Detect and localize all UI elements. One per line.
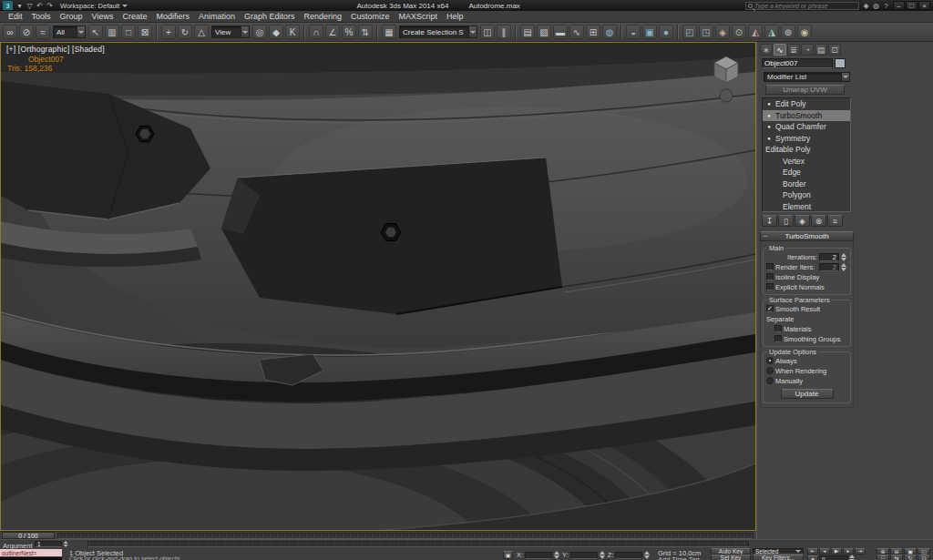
unlink-selection-icon[interactable]: ⊘ [19,25,34,39]
iterations-spinner[interactable] [841,253,847,261]
configure-modifier-sets-button[interactable]: ≡ [827,215,843,227]
curve-editor-icon[interactable]: ∿ [569,25,584,39]
when-rendering-radio[interactable] [766,367,774,374]
keyboard-override-icon[interactable]: K [285,25,300,39]
percent-snap-icon[interactable]: % [342,25,356,39]
stack-item-element[interactable]: Element [763,201,850,213]
argument-field[interactable]: 1 [35,541,62,547]
select-and-link-icon[interactable]: ∞ [3,25,17,39]
smooth-result-checkbox[interactable] [766,305,774,312]
select-and-rotate-icon[interactable]: ↻ [178,25,192,39]
tab-hierarchy[interactable]: ≣ [787,44,800,56]
render-iters-field[interactable]: 2 [819,263,839,271]
current-frame-field[interactable]: 0 [819,555,848,560]
menu-tools[interactable]: Tools [27,11,56,22]
go-to-start-button[interactable]: ⇤ [807,548,818,555]
render-setup-icon[interactable]: ◒ [626,25,641,39]
viewport-3d-render[interactable] [1,43,755,530]
scene-explorer-icon[interactable]: ▤ [520,25,535,39]
isoline-display-checkbox[interactable] [766,273,774,280]
selection-filter-dropdown[interactable]: All [53,25,86,38]
stack-item-editable-poly[interactable]: Editable Poly [763,144,850,156]
stack-item-border[interactable]: Border [763,178,850,190]
render-production-icon[interactable]: ● [659,25,673,39]
remove-modifier-button[interactable]: ⊗ [811,215,826,227]
smoothing-groups-checkbox[interactable] [774,335,782,342]
viewport[interactable]: [+] [Orthographic] [Shaded] Object007 Tr… [0,42,756,531]
maxscript-listener-field[interactable] [0,557,62,560]
bind-to-space-warp-icon[interactable]: ≈ [36,25,50,39]
time-slider-track[interactable] [57,533,754,539]
key-filters-button[interactable]: Key Filters... [753,555,804,560]
tab-motion[interactable]: ◔ [801,44,814,56]
minimize-button[interactable]: – [893,1,905,10]
menu-edit[interactable]: Edit [4,11,27,22]
search-input[interactable] [754,3,856,9]
go-to-end-button[interactable]: ⇥ [855,548,866,555]
reference-coordinate-system-dropdown[interactable]: View [211,25,250,38]
menu-create[interactable]: Create [118,11,151,22]
object-color-swatch[interactable] [835,58,846,68]
tab-create[interactable]: ∗ [760,44,773,56]
key-selection-dropdown[interactable]: Selected [753,548,804,555]
next-frame-button[interactable]: ▸ [843,548,854,555]
stack-item-symmetry[interactable]: ●Symmetry [763,133,850,145]
extra-icon-3[interactable]: ◈ [715,25,730,39]
app-menu-icon[interactable]: ▾ [15,1,25,10]
auto-key-button[interactable]: Auto Key [711,548,751,555]
add-time-tag[interactable]: Add Time Tag [658,555,700,560]
stack-item-quad-chamfer[interactable]: ●Quad Chamfer [763,121,850,133]
menu-maxscript[interactable]: MAXScript [395,11,443,22]
stack-item-polygon[interactable]: Polygon [763,189,850,201]
show-end-result-button[interactable]: ▯ [778,215,794,227]
schematic-view-icon[interactable]: ⊞ [586,25,600,39]
make-unique-button[interactable]: ◈ [795,215,810,227]
menu-rendering[interactable]: Rendering [300,11,347,22]
select-object-icon[interactable]: ↖ [88,25,103,39]
macro-recorder-field[interactable]: outlinerNest= [0,549,62,556]
angle-snap-icon[interactable]: ∠ [325,25,340,39]
coordinate-y-field[interactable] [570,552,598,559]
frame-spinner[interactable] [849,555,856,560]
redo-icon[interactable]: ↷ [45,1,55,10]
x-spinner[interactable] [554,551,560,559]
menu-modifiers[interactable]: Modifiers [151,11,194,22]
modifier-toggle-icon[interactable]: ● [765,113,773,118]
always-radio[interactable] [766,357,774,364]
layer-explorer-icon[interactable]: ▧ [537,25,551,39]
rollout-header[interactable]: − TurboSmooth [760,231,854,241]
coordinate-z-field[interactable] [615,552,642,559]
modifier-toggle-icon[interactable]: ● [765,124,773,129]
zoom-all-icon[interactable]: ⊞ [890,548,903,555]
menu-graph-editors[interactable]: Graph Editors [240,11,300,22]
extra-icon-7[interactable]: ⊚ [781,25,795,39]
material-editor-icon[interactable]: ◍ [602,25,617,39]
viewport-label[interactable]: [+] [Orthographic] [Shaded] [6,45,105,54]
zoom-extents-icon[interactable]: ▣ [904,548,917,555]
zoom-region-icon[interactable]: □ [877,555,889,560]
select-and-move-icon[interactable]: + [161,25,176,39]
menu-views[interactable]: Views [87,11,118,22]
explicit-normals-checkbox[interactable] [766,283,774,290]
maximize-button[interactable]: □ [906,1,918,10]
modifier-toggle-icon[interactable]: ● [765,136,773,141]
coordinate-x-field[interactable] [525,552,552,559]
align-icon[interactable]: ∥ [497,25,511,39]
play-animation-button[interactable]: ▶ [831,548,842,555]
tab-utilities[interactable]: ⊡ [828,44,841,56]
snaps-toggle-icon[interactable]: ∩ [309,25,323,39]
stack-item-edit-poly[interactable]: ●Edit Poly [763,98,850,110]
window-crossing-icon[interactable]: ⊠ [138,25,152,39]
object-name-field[interactable] [762,58,833,68]
modifier-toggle-icon[interactable]: ● [765,101,773,107]
extra-icon-6[interactable]: ◮ [764,25,779,39]
unwrap-uvw-modifier[interactable]: Unwrap UVW [765,85,845,95]
zoom-icon[interactable]: ⊕ [877,548,889,555]
ribbon-toggle-icon[interactable]: ▬ [553,25,568,39]
stack-item-vertex[interactable]: Vertex [763,156,850,168]
menu-help[interactable]: Help [442,11,468,22]
save-icon[interactable]: ▽ [25,1,35,10]
menu-group[interactable]: Group [56,11,87,22]
orbit-icon[interactable]: ↻ [904,555,917,560]
help-icon[interactable]: ? [881,1,891,10]
